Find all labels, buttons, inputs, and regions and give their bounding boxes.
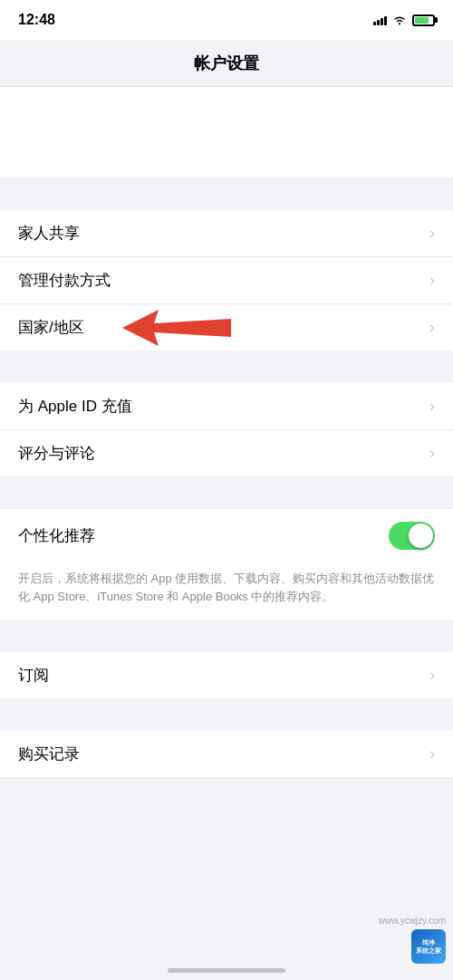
watermark: www.ycwjzy.com xyxy=(379,916,446,926)
section-divider-3 xyxy=(0,476,453,509)
status-time: 12:48 xyxy=(18,12,55,28)
wifi-icon xyxy=(392,14,407,25)
nav-bar: 帐户设置 xyxy=(0,40,453,87)
chevron-icon: › xyxy=(429,318,435,337)
chevron-icon: › xyxy=(429,224,435,243)
personalized-recommendations-item: 个性化推荐 xyxy=(0,509,453,562)
section-divider-5 xyxy=(0,698,453,731)
svg-point-0 xyxy=(399,24,400,25)
settings-group-4: 购买记录 › xyxy=(0,731,453,777)
settings-group-1: 家人共享 › 管理付款方式 › 国家/地区 › xyxy=(0,210,453,351)
item-label: 国家/地区 xyxy=(18,317,84,338)
country-region-item[interactable]: 国家/地区 › xyxy=(0,304,453,351)
item-label: 为 Apple ID 充值 xyxy=(18,396,132,417)
item-label: 管理付款方式 xyxy=(18,270,111,291)
chevron-icon: › xyxy=(429,444,435,463)
settings-group-3: 订阅 › xyxy=(0,652,453,698)
status-bar: 12:48 xyxy=(0,0,453,40)
battery-icon xyxy=(412,14,435,26)
logo-icon: 纯净系统之家 xyxy=(411,929,446,964)
personalized-recommendations-group: 个性化推荐 开启后，系统将根据您的 App 使用数据、下载内容、购买内容和其他活… xyxy=(0,509,453,620)
list-item[interactable]: 为 Apple ID 充值 › xyxy=(0,383,453,430)
chevron-icon: › xyxy=(429,397,435,416)
red-arrow-annotation xyxy=(122,305,231,351)
section-divider-1 xyxy=(0,178,453,210)
chevron-icon: › xyxy=(429,745,435,764)
home-indicator xyxy=(168,968,285,973)
toggle-knob xyxy=(409,524,433,548)
item-label: 家人共享 xyxy=(18,223,80,244)
personalized-description: 开启后，系统将根据您的 App 使用数据、下载内容、购买内容和其他活动数据优化 … xyxy=(0,562,453,620)
list-item[interactable]: 评分与评论 › xyxy=(0,430,453,476)
item-label: 评分与评论 xyxy=(18,443,95,464)
list-item[interactable]: 订阅 › xyxy=(0,652,453,698)
profile-section xyxy=(0,87,453,178)
signal-icon xyxy=(373,14,387,25)
settings-group-2: 为 Apple ID 充值 › 评分与评论 › xyxy=(0,383,453,476)
item-label: 订阅 xyxy=(18,665,49,686)
personalized-toggle[interactable] xyxy=(389,522,435,550)
chevron-icon: › xyxy=(429,666,435,685)
list-item[interactable]: 管理付款方式 › xyxy=(0,257,453,304)
list-item[interactable]: 购买记录 › xyxy=(0,731,453,777)
section-divider-2 xyxy=(0,351,453,383)
personalized-label: 个性化推荐 xyxy=(18,525,95,546)
list-item[interactable]: 家人共享 › xyxy=(0,210,453,257)
status-icons xyxy=(373,14,435,26)
page-title: 帐户设置 xyxy=(194,53,259,74)
bottom-logo: 纯净系统之家 xyxy=(411,929,446,964)
item-label: 购买记录 xyxy=(18,744,80,764)
svg-marker-1 xyxy=(122,310,231,346)
section-divider-4 xyxy=(0,620,453,652)
chevron-icon: › xyxy=(429,271,435,290)
